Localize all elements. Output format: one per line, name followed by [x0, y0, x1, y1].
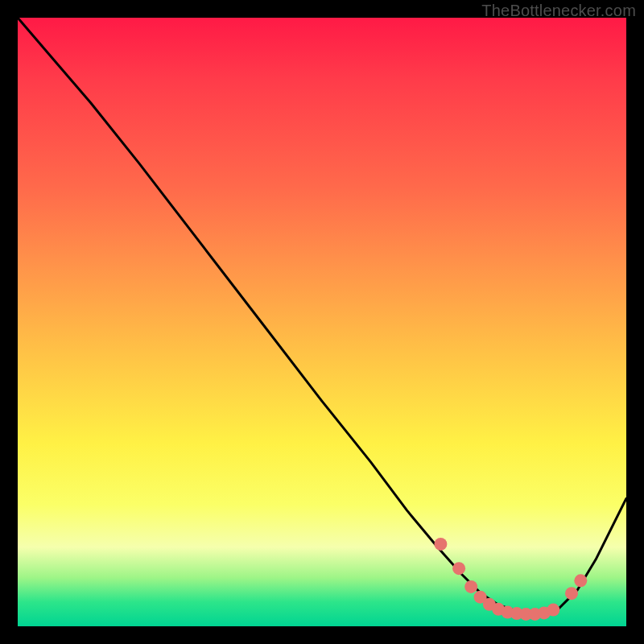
- plot-area: [18, 18, 626, 626]
- chart-svg: [18, 18, 626, 626]
- curve-marker: [574, 574, 587, 587]
- bottleneck-curve: [18, 18, 626, 614]
- curve-marker: [452, 562, 465, 575]
- curve-marker: [547, 604, 559, 617]
- marker-group: [434, 538, 587, 621]
- curve-marker: [434, 538, 447, 551]
- attribution-label: TheBottlenecker.com: [481, 2, 636, 20]
- curve-marker: [464, 580, 477, 593]
- chart-frame: TheBottlenecker.com: [0, 0, 644, 644]
- curve-marker: [565, 587, 578, 600]
